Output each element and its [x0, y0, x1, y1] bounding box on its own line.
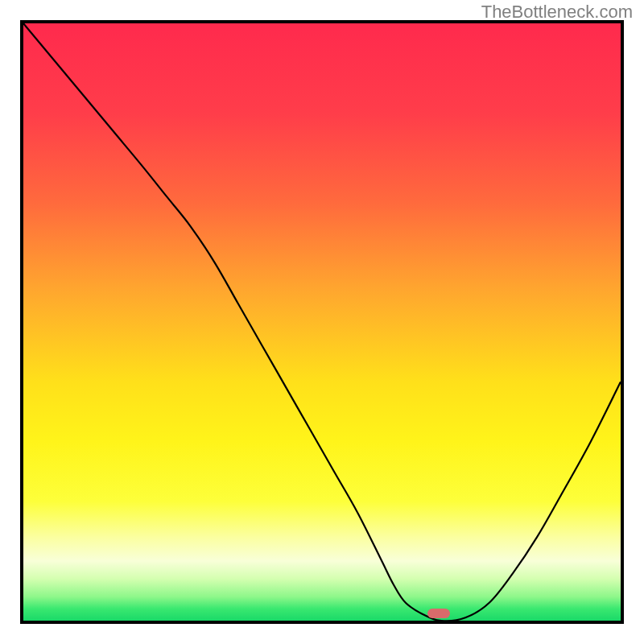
watermark-text: TheBottleneck.com	[481, 2, 633, 23]
optimal-marker	[427, 609, 450, 618]
chart-container	[20, 20, 624, 624]
plot-area	[20, 20, 624, 624]
curve-line	[23, 23, 621, 621]
